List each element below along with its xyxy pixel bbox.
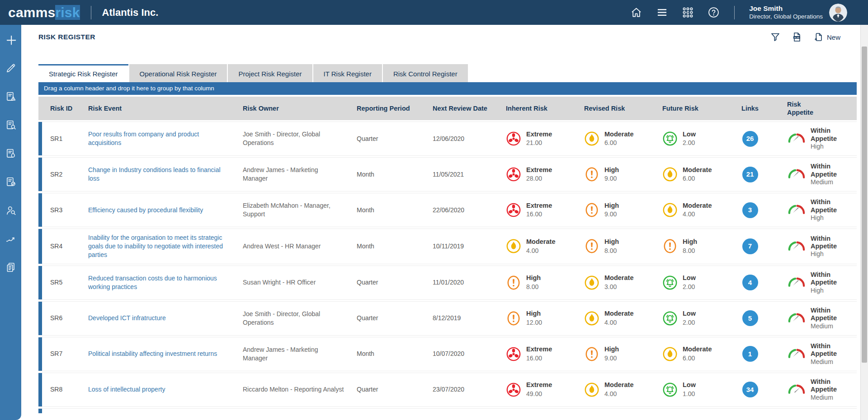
column-header-reporting-period[interactable]: Reporting Period [349,102,425,115]
column-header-risk-id[interactable]: Risk ID [42,102,80,115]
row-accent [38,373,42,406]
risk-owner: Andrew James - Marketing Manager [235,161,349,187]
reporting-period: Quarter [349,309,425,327]
risk-event-link[interactable]: Inability for the organisation to meet i… [88,234,223,258]
risk-appetite-cell: Within AppetiteHigh [770,266,857,299]
column-header-risk-appetite[interactable]: Risk Appetite [770,98,857,119]
tab-label: Operational Risk Register [140,70,217,78]
risk-event-link[interactable]: Poor results from company and product ac… [88,131,199,146]
column-header-future-risk[interactable]: Future Risk [654,102,730,115]
table-row[interactable]: SR7Political instability affecting inves… [38,337,857,371]
links-badge[interactable]: 1 [742,346,758,362]
risk-event-link[interactable]: Change in Industry conditions leads to f… [88,166,221,182]
performance-icon[interactable] [5,233,17,245]
apps-grid-icon[interactable] [682,6,694,19]
table-row[interactable]: SR6Developed ICT infratructureJoe Smith … [38,301,857,336]
risk-alert-icon[interactable] [5,91,17,103]
links-cell: 1 [730,341,770,366]
tab-risk-control-register[interactable]: Risk Control Register [383,64,468,82]
risk-gauge-icon [787,132,806,145]
links-badge[interactable]: 34 [742,382,758,397]
future-risk-cell: Moderate 6.00 [654,161,730,187]
column-header-next-review-date[interactable]: Next Review Date [425,102,498,115]
risk-score: 6.00 [683,174,712,183]
risk-event-link[interactable]: Developed ICT infratructure [88,314,166,322]
vertical-scrollbar[interactable] [860,25,868,420]
risk-event-link[interactable]: Reduced transaction costs due to harmoni… [88,275,217,290]
cammsrisk-logo[interactable]: cammsrisk [8,5,80,20]
top-navigation-bar: cammsrisk Atlantis Inc. Joe Smith Direct… [0,0,868,25]
column-header-inherent-risk[interactable]: Inherent Risk [498,102,576,115]
risk-id: SR4 [42,238,80,255]
export-xlsx-icon[interactable]: XLSX [792,32,802,42]
risk-event-link[interactable]: Efficiency caused by procedural flexibil… [88,206,203,214]
home-icon[interactable] [630,6,642,19]
links-badge[interactable]: 5 [742,310,758,326]
tab-strategic-risk-register[interactable]: Strategic Risk Register [38,64,128,82]
user-role: Director, Global Operations [749,13,823,21]
links-badge[interactable]: 26 [742,131,758,147]
help-icon[interactable] [708,6,720,19]
risk-level-label: Moderate [604,309,633,318]
extreme-risk-icon [506,346,521,362]
table-row[interactable]: SR8Loss of intellectual propertyRiccardo… [38,373,857,407]
risk-table: Risk IDRisk EventRisk OwnerReporting Per… [38,97,857,413]
table-row[interactable]: SR4Inability for the organisation to mee… [38,229,857,264]
risk-score: 1.00 [683,390,696,398]
revised-risk-cell: High 9.00 [576,197,654,223]
filter-icon[interactable] [770,32,781,42]
risk-level-label: Extreme [526,201,552,210]
tab-project-risk-register[interactable]: Project Risk Register [228,64,312,82]
risk-level-label: Low [683,381,696,390]
appetite-level: High [811,287,840,294]
table-row[interactable]: SR3Efficiency caused by procedural flexi… [38,193,857,227]
table-body: SR1Poor results from company and product… [38,121,857,407]
user-audit-icon[interactable] [5,205,17,216]
high-risk-icon [584,238,599,254]
menu-icon[interactable] [656,6,668,19]
table-header-row: Risk IDRisk EventRisk OwnerReporting Per… [38,97,857,120]
links-badge[interactable]: 4 [742,275,758,290]
new-button[interactable]: New [813,32,840,42]
risk-appetite-cell: Within AppetiteMedium [770,302,857,335]
table-row[interactable]: SR2Change in Industry conditions leads t… [38,157,857,191]
risk-level-label: Extreme [526,345,552,354]
user-avatar[interactable] [829,4,847,22]
links-badge[interactable]: 21 [742,167,758,182]
group-by-bar[interactable]: Drag a column header and drop it here to… [38,82,857,95]
high-risk-icon [662,238,678,254]
risk-event-link[interactable]: Loss of intellectual property [88,386,165,393]
row-accent [38,337,42,371]
risk-assessment-icon[interactable] [5,176,17,188]
risk-owner: Elizabeth McMahon - Manager, Support [235,197,349,223]
tab-operational-risk-register[interactable]: Operational Risk Register [129,64,227,82]
moderate-risk-icon [506,238,521,254]
user-menu[interactable]: Joe Smith Director, Global Operations [749,4,847,22]
documents-icon[interactable] [5,261,17,273]
column-header-revised-risk[interactable]: Revised Risk [576,102,654,115]
table-row[interactable]: SR5Reduced transaction costs due to harm… [38,266,857,300]
risk-gauge-icon [787,240,806,252]
inherent-risk-cell: Extreme 49.00 [498,376,576,402]
links-badge[interactable]: 3 [742,202,758,218]
appetite-level: High [811,143,840,150]
column-header-risk-owner[interactable]: Risk Owner [235,102,349,115]
add-icon[interactable] [5,34,17,46]
tab-it-risk-register[interactable]: IT Risk Register [313,64,382,82]
table-row[interactable]: SR1Poor results from company and product… [38,121,857,156]
risk-event-link[interactable]: Political instability affecting investme… [88,350,217,357]
column-header-risk-event[interactable]: Risk Event [80,102,235,115]
links-badge[interactable]: 7 [742,238,758,254]
scrollbar-thumb[interactable] [862,47,867,363]
inherent-risk-cell: Extreme 16.00 [498,197,576,223]
revised-risk-cell: Moderate 6.00 [576,126,654,152]
column-header-links[interactable]: Links [730,102,770,115]
edit-icon[interactable] [5,62,17,74]
next-review-date: 11/01/2020 [425,274,498,291]
risk-incident-icon[interactable] [5,148,17,159]
risk-id: SR7 [42,345,80,363]
next-review-date: 10/11/2019 [425,238,498,255]
risk-gauge-icon [787,348,806,360]
risk-event-cell: Political instability affecting investme… [80,345,235,363]
risk-search-icon[interactable] [5,119,17,131]
